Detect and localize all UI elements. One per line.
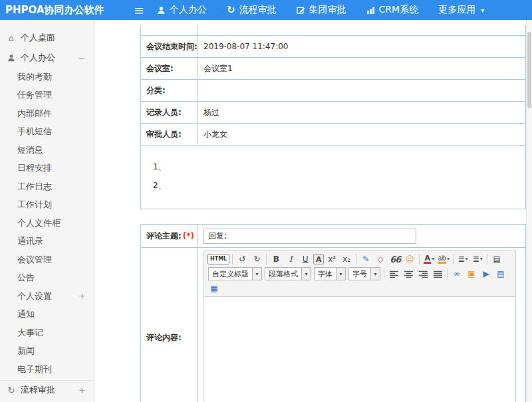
caret-down-icon[interactable]: ▾ bbox=[336, 268, 345, 280]
caret-down-icon: ▾ bbox=[447, 256, 450, 262]
align-center-icon[interactable] bbox=[402, 267, 415, 280]
sidebar-item-contacts[interactable]: 通讯录 bbox=[0, 233, 94, 251]
nav-label: 集团审批 bbox=[309, 4, 346, 16]
sidebar-item-news[interactable]: 新闻 bbox=[0, 342, 94, 361]
sidebar-item-personal-desktop[interactable]: ⌂ 个人桌面 bbox=[0, 28, 94, 48]
sidebar-item-notifications[interactable]: 通知 bbox=[0, 306, 94, 324]
align-right-icon[interactable] bbox=[416, 267, 430, 280]
font-style-button[interactable]: A bbox=[313, 254, 324, 264]
sidebar-sublabel: 通知 bbox=[17, 308, 35, 320]
redo-icon[interactable]: ↻ bbox=[250, 252, 263, 266]
caret-down-icon: ▾ bbox=[481, 7, 484, 14]
list-glyph: ≣ bbox=[458, 255, 465, 263]
scrollbar-thumb[interactable] bbox=[527, 32, 531, 108]
nav-group-approval[interactable]: 集团审批 bbox=[297, 4, 346, 16]
bold-button[interactable]: B bbox=[269, 252, 283, 266]
new-page-icon[interactable]: ▤ bbox=[490, 252, 503, 266]
insert-link-icon[interactable]: ∞ bbox=[450, 267, 464, 280]
toolbar-row-2: 自定义标题 ▾ 段落格式 ▾ 字体 ▾ 字号 bbox=[205, 266, 514, 281]
toolbar-separator bbox=[447, 268, 448, 279]
insert-media-icon[interactable]: ▶ bbox=[479, 267, 493, 280]
font-family-select[interactable]: 字体 ▾ bbox=[314, 267, 346, 280]
form-row: 分类: bbox=[141, 80, 525, 102]
caret-down-icon: ▾ bbox=[466, 256, 468, 262]
toolbar-separator bbox=[266, 254, 267, 264]
source-code-button[interactable]: HTML bbox=[207, 254, 229, 264]
undo-icon[interactable]: ↺ bbox=[235, 252, 249, 266]
meeting-content-row: 1、 2、 bbox=[141, 146, 525, 209]
field-label bbox=[141, 25, 198, 35]
field-value: 小龙女 bbox=[198, 124, 525, 145]
insert-file-icon[interactable]: ▤ bbox=[494, 267, 507, 280]
sidebar-item-e-journal[interactable]: 电子期刊 bbox=[0, 360, 94, 379]
expand-plus-icon[interactable]: + bbox=[78, 291, 86, 301]
sidebar-item-task-management[interactable]: 任务管理 bbox=[0, 86, 94, 105]
collapse-minus-icon[interactable]: − bbox=[78, 53, 86, 63]
caret-down-icon[interactable]: ▾ bbox=[370, 268, 380, 280]
bar-chart-icon bbox=[366, 6, 375, 15]
sidebar-item-internal-mail[interactable]: 内部邮件 bbox=[0, 104, 94, 123]
sidebar-item-personal-file-cabinet[interactable]: 个人文件柜 bbox=[0, 214, 94, 233]
eraser-icon[interactable]: ◇ bbox=[374, 252, 387, 266]
sidebar-item-personal-settings[interactable]: 个人设置 + bbox=[0, 287, 94, 306]
blockquote-icon[interactable]: 66 bbox=[388, 252, 402, 266]
sidebar-sublabel: 手机短信 bbox=[17, 126, 52, 138]
sidebar-item-short-message[interactable]: 短消息 bbox=[0, 141, 94, 159]
comment-subject-input[interactable] bbox=[203, 229, 416, 244]
sidebar-item-work-plan[interactable]: 工作计划 bbox=[0, 196, 94, 215]
sidebar-sublabel: 新闻 bbox=[17, 345, 35, 357]
nav-crm-system[interactable]: CRM系统 bbox=[366, 4, 419, 16]
sidebar-sublabel: 大事记 bbox=[17, 327, 43, 339]
sidebar-sublabel: 个人文件柜 bbox=[17, 217, 61, 229]
underline-button[interactable]: U bbox=[299, 252, 312, 266]
subscript-button[interactable]: x₂ bbox=[340, 252, 353, 266]
sidebar-item-memorabilia[interactable]: 大事记 bbox=[0, 324, 94, 342]
emoticon-icon[interactable]: ☺ bbox=[403, 252, 416, 266]
sidebar-item-announcements[interactable]: 公告 bbox=[0, 269, 94, 288]
insert-table-icon[interactable]: ▦ bbox=[207, 282, 221, 295]
content-line: 1、 bbox=[153, 157, 525, 176]
paragraph-format-select[interactable]: 段落格式 ▾ bbox=[265, 267, 311, 280]
comment-content-cell: HTML ↺ ↻ B I U A x² x₂ ✎ bbox=[198, 248, 525, 402]
content-line: 2、 bbox=[153, 176, 525, 195]
nav-workflow-approval[interactable]: ↻ 流程审批 bbox=[227, 4, 277, 16]
sidebar-item-schedule[interactable]: 日程安排 bbox=[0, 159, 94, 178]
select-value: 字号 bbox=[349, 269, 370, 279]
heading-select[interactable]: 自定义标题 ▾ bbox=[208, 267, 262, 280]
ordered-list-button[interactable]: ≣▾ bbox=[456, 252, 469, 266]
caret-down-icon[interactable]: ▾ bbox=[301, 268, 311, 280]
sidebar-item-personal-office[interactable]: 个人办公 − bbox=[0, 48, 94, 68]
sidebar-item-meeting-management[interactable]: 会议管理 bbox=[0, 251, 94, 269]
comment-subject-cell bbox=[198, 225, 525, 247]
unordered-list-button[interactable]: ≣▾ bbox=[471, 252, 484, 266]
align-justify-icon[interactable] bbox=[431, 267, 444, 280]
toolbar-separator bbox=[232, 254, 233, 264]
sidebar-item-workflow-approval[interactable]: ↻ 流程审批 + bbox=[0, 380, 94, 400]
sidebar-item-mobile-sms[interactable]: 手机短信 bbox=[0, 123, 94, 142]
nav-personal-office[interactable]: 个人办公 bbox=[157, 4, 207, 16]
format-painter-icon[interactable]: ✎ bbox=[359, 252, 372, 266]
nav-more-apps[interactable]: 更多应用 ▾ bbox=[438, 4, 484, 16]
app-brand[interactable]: PHPOA协同办公软件 bbox=[0, 4, 128, 17]
caret-down-icon: ▾ bbox=[432, 256, 434, 262]
insert-image-icon[interactable]: ▣ bbox=[465, 267, 478, 280]
sidebar-item-attendance[interactable]: 我的考勤 bbox=[0, 68, 94, 86]
font-size-select[interactable]: 字号 ▾ bbox=[348, 267, 380, 280]
hamburger-menu-icon[interactable]: ≡ bbox=[128, 0, 150, 20]
vertical-scrollbar[interactable] bbox=[526, 20, 532, 402]
font-color-button[interactable]: A▾ bbox=[422, 252, 436, 266]
nav-label: 流程审批 bbox=[239, 4, 277, 16]
caret-down-icon[interactable]: ▾ bbox=[252, 268, 261, 280]
expand-plus-icon[interactable]: + bbox=[78, 385, 86, 395]
italic-button[interactable]: I bbox=[284, 252, 297, 266]
align-left-icon[interactable] bbox=[387, 267, 400, 280]
editor-content-area[interactable] bbox=[204, 297, 515, 402]
editor-toolbar: HTML ↺ ↻ B I U A x² x₂ ✎ bbox=[204, 251, 515, 297]
user-icon bbox=[7, 54, 16, 62]
highlight-color-button[interactable]: ab▾ bbox=[437, 252, 450, 266]
sidebar-sublabel: 工作日志 bbox=[17, 181, 52, 193]
field-value: 会议室1 bbox=[198, 58, 525, 79]
sidebar-item-work-log[interactable]: 工作日志 bbox=[0, 177, 94, 196]
superscript-button[interactable]: x² bbox=[325, 252, 338, 266]
nav-label: 个人办公 bbox=[170, 4, 207, 16]
